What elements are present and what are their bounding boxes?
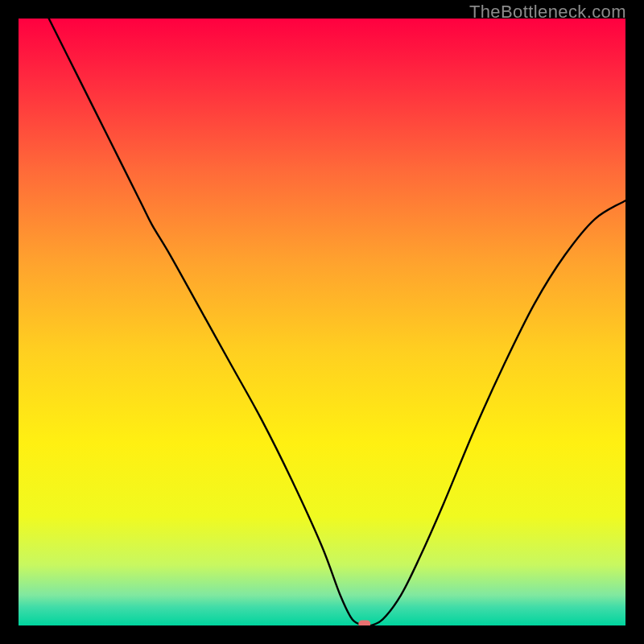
svg-rect-0: [358, 621, 370, 626]
gradient-background: [19, 19, 625, 625]
chart-container: TheBottleneck.com: [0, 0, 644, 644]
watermark-text: TheBottleneck.com: [469, 2, 626, 23]
plot-area: [19, 19, 625, 625]
optimal-point-marker: [358, 621, 370, 626]
chart-svg: [19, 19, 625, 625]
